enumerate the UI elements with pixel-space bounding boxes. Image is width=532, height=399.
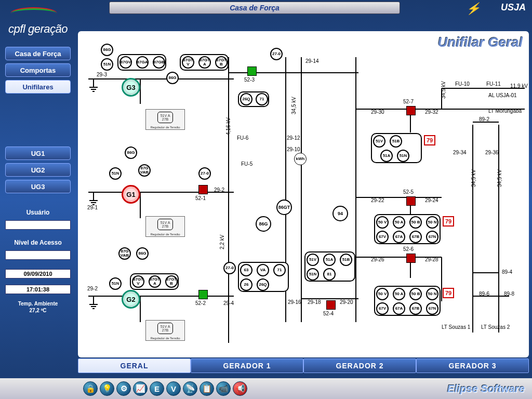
relay-group-52-6[interactable]: 50 V 50 A 50 B 50 N 67V 67A 67B 67N (374, 286, 441, 316)
tool-e-icon[interactable]: E (150, 381, 164, 396)
relay-50n-6[interactable]: 50 N (426, 288, 438, 300)
relay-67b-6[interactable]: 67B (409, 302, 422, 315)
relay-67a-6[interactable]: 67A (393, 302, 405, 315)
relay-51v[interactable]: 51V (307, 254, 319, 266)
relay-71[interactable]: 71 (256, 93, 268, 105)
meter-kwh[interactable]: kWh (294, 153, 307, 165)
tool-lock-icon[interactable]: 🔒 (83, 381, 98, 396)
relay-50b-6[interactable]: 50 B (409, 288, 422, 300)
relay-87ga[interactable]: 87GA (136, 56, 149, 69)
relay-50v-5[interactable]: 50 V (376, 216, 389, 229)
relay-86g-b[interactable]: 86G (166, 72, 179, 84)
relay-71b[interactable]: 71 (273, 264, 286, 276)
nav-comportas[interactable]: Comportas (5, 63, 71, 77)
relay-51v-7[interactable]: 51V (373, 135, 385, 148)
relay-67n-6[interactable]: 67N (426, 302, 438, 315)
relay-87gvab-g1[interactable]: 87G VAB (138, 164, 151, 177)
tool-camera-icon[interactable]: 📹 (216, 381, 231, 396)
relay-67n-5[interactable]: 67N (426, 231, 438, 243)
user-field[interactable] (5, 220, 71, 230)
generator-g3[interactable]: G3 (122, 78, 140, 97)
relay-63[interactable]: 63 (240, 264, 252, 276)
relay-79-5[interactable]: 79 (443, 216, 454, 227)
tool-report-icon[interactable]: 📋 (200, 381, 214, 396)
relay-27-0-top[interactable]: 27-0 (270, 48, 283, 60)
relay-86g-g1[interactable]: 86G (125, 147, 137, 159)
nav-casa-forca[interactable]: Casa de Força (5, 47, 71, 60)
relay-group-51[interactable]: 51V 51A 51B 51N 81 (304, 251, 355, 282)
tab-geral[interactable]: GERAL (78, 358, 191, 373)
relay-87gtb[interactable]: 87GT B (215, 56, 228, 69)
relay-26[interactable]: 26 (240, 278, 252, 291)
relay-87gta-g2[interactable]: 87GT A (149, 275, 161, 288)
regulator-g1[interactable]: 51V A 27B Regulador de Tensão (145, 216, 185, 237)
tool-gear-icon[interactable]: ⚙ (116, 381, 131, 396)
relay-50n-5[interactable]: 50 N (426, 216, 438, 229)
tool-trend-icon[interactable]: 📈 (133, 381, 148, 396)
relay-51n-b[interactable]: 51N (307, 268, 319, 281)
relay-87gv[interactable]: 87GV (119, 56, 132, 69)
single-line-diagram[interactable]: G3 G1 G2 52-3 52-1 52-2 52-4 52-5 52-6 5… (78, 31, 529, 357)
relay-51b-7[interactable]: 51B (390, 135, 402, 148)
relay-group-87g[interactable]: 87GV 87GA 87GB (117, 54, 166, 71)
relay-va[interactable]: VA (257, 264, 269, 276)
regulator-g2[interactable]: 51V A 27B Regulador de Tensão (145, 320, 185, 341)
relay-group-87gt-g2[interactable]: 87GT V 87GT A 87GT B (130, 273, 179, 290)
relay-67a-5[interactable]: 67A (393, 231, 405, 243)
relay-26q-b[interactable]: 26Q (257, 278, 269, 291)
relay-79-7[interactable]: 79 (424, 135, 435, 145)
relay-86g[interactable]: 86G (101, 44, 113, 56)
relay-51n-g2[interactable]: 51N (109, 277, 122, 290)
relay-87gta[interactable]: 87GT A (198, 56, 211, 69)
relay-27-0-bot[interactable]: 27-0 (223, 262, 236, 274)
relay-51n[interactable]: 51N (101, 58, 113, 71)
tab-gerador3[interactable]: GERADOR 3 (416, 358, 529, 373)
relay-67b-5[interactable]: 67B (409, 231, 422, 243)
relay-79-6[interactable]: 79 (443, 288, 454, 298)
tool-lamp-icon[interactable]: 💡 (100, 381, 114, 396)
relay-50b-5[interactable]: 50 B (409, 216, 422, 229)
relay-81[interactable]: 81 (323, 268, 336, 281)
relay-51a-7[interactable]: 51A (380, 150, 393, 162)
relay-50v-6[interactable]: 50 V (376, 288, 389, 300)
relay-group-trafo[interactable]: 63 VA 71 26 26Q (238, 262, 289, 292)
switch-52-2[interactable] (198, 290, 208, 299)
tool-antenna-icon[interactable]: 📡 (183, 381, 197, 396)
switch-52-7[interactable] (406, 106, 416, 115)
relay-27-0-mid[interactable]: 27-0 (198, 167, 211, 180)
nav-unifilares[interactable]: Unifilares (5, 80, 71, 94)
nav-ug2[interactable]: UG2 (5, 163, 71, 177)
switch-52-6[interactable] (406, 254, 416, 263)
tool-horn-icon[interactable]: 📢 (233, 381, 247, 396)
relay-87gtv-g2[interactable]: 87GT V (132, 275, 144, 288)
switch-52-5[interactable] (406, 196, 416, 206)
access-field[interactable] (5, 250, 71, 260)
relay-51a[interactable]: 51A (323, 254, 336, 266)
relay-86g-center[interactable]: 86G (256, 216, 271, 232)
relay-51n-g1[interactable]: 51N (109, 167, 122, 180)
nav-ug3[interactable]: UG3 (5, 180, 71, 193)
relay-87gtb-g2[interactable]: 87GT B (165, 275, 178, 288)
switch-52-1[interactable] (198, 185, 208, 194)
relay-50a-5[interactable]: 50 A (393, 216, 405, 229)
relay-group-52-5[interactable]: 50 V 50 A 50 B 50 N 67V 67A 67B 67N (374, 214, 441, 244)
tab-gerador1[interactable]: GERADOR 1 (191, 358, 303, 373)
relay-87gtv[interactable]: 87GT V (182, 56, 194, 69)
relay-51b[interactable]: 51B (340, 254, 352, 266)
relay-26q[interactable]: 26Q (240, 93, 252, 105)
relay-group-26q-71[interactable]: 26Q 71 (238, 91, 269, 107)
relay-50a-6[interactable]: 50 A (393, 288, 405, 300)
relay-67v-5[interactable]: 67V (376, 231, 389, 243)
relay-group-87gt[interactable]: 87GT V 87GT A 87GT B (180, 54, 229, 71)
relay-86g-g2[interactable]: 86G (136, 247, 149, 260)
switch-52-4[interactable] (326, 300, 336, 310)
relay-67v-6[interactable]: 67V (376, 302, 389, 315)
relay-group-52-7[interactable]: 51V 51B 51A 51N (371, 133, 422, 163)
relay-87gb[interactable]: 87GB (153, 56, 165, 69)
relay-51n-7[interactable]: 51N (397, 150, 409, 162)
switch-52-3[interactable] (247, 66, 257, 76)
generator-g2[interactable]: G2 (122, 290, 140, 309)
tab-gerador2[interactable]: GERADOR 2 (303, 358, 416, 373)
relay-87gvab-g2[interactable]: 87G VAB (118, 247, 131, 260)
relay-86gt[interactable]: 86GT (276, 200, 292, 215)
